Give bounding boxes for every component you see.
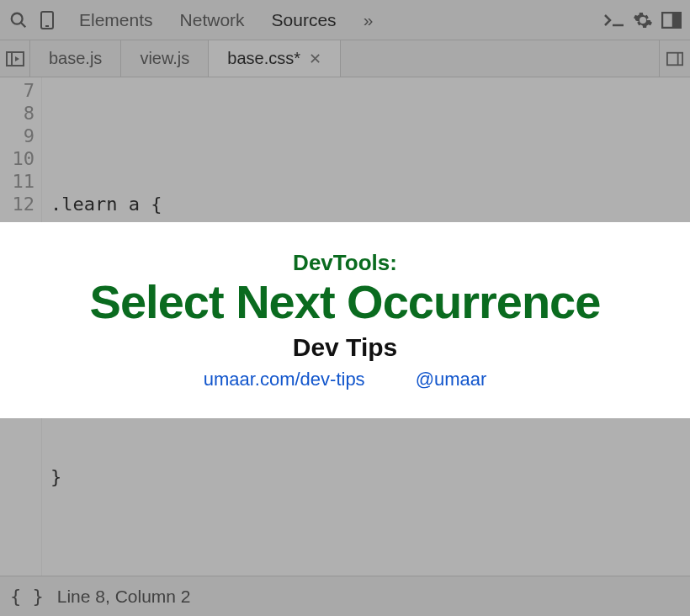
- file-tab-bar: base.js view.js base.css* ✕: [0, 40, 690, 77]
- panel-tabs: Elements Network Sources »: [67, 5, 385, 35]
- line-number: 9: [0, 125, 34, 147]
- tab-overflow[interactable]: »: [352, 5, 385, 35]
- add-tab-icon[interactable]: [660, 40, 690, 77]
- banner-link-site[interactable]: umaar.com/dev-tips: [204, 369, 365, 390]
- title-banner: DevTools: Select Next Occurrence Dev Tip…: [0, 222, 690, 418]
- pretty-print-icon[interactable]: { }: [10, 586, 44, 607]
- code-line: }: [50, 465, 690, 488]
- banner-subtitle: Dev Tips: [293, 333, 398, 362]
- code-line: [50, 125, 690, 147]
- devtools-toolbar: Elements Network Sources »: [0, 0, 690, 40]
- console-icon[interactable]: [602, 8, 626, 32]
- filetab-label: base.css*: [227, 49, 300, 68]
- banner-link-handle[interactable]: @umaar: [416, 369, 487, 390]
- banner-small-title: DevTools:: [293, 250, 397, 276]
- line-number: 10: [0, 147, 34, 170]
- svg-rect-10: [667, 52, 682, 65]
- filetab-label: base.js: [49, 49, 102, 68]
- banner-links: umaar.com/dev-tips @umaar: [204, 369, 487, 390]
- gear-icon[interactable]: [631, 8, 655, 32]
- close-icon[interactable]: ✕: [309, 50, 321, 68]
- tab-network[interactable]: Network: [168, 5, 257, 35]
- filetab-base-js[interactable]: base.js: [30, 40, 121, 77]
- line-number: 12: [0, 193, 34, 215]
- filetab-base-css[interactable]: base.css* ✕: [209, 40, 341, 77]
- banner-big-title: Select Next Occurrence: [90, 278, 601, 327]
- tab-elements[interactable]: Elements: [67, 5, 165, 35]
- line-number: 11: [0, 170, 34, 193]
- svg-point-0: [12, 13, 23, 24]
- dock-icon[interactable]: [660, 8, 683, 32]
- line-number: 7: [0, 79, 34, 102]
- svg-marker-9: [15, 56, 19, 61]
- cursor-position: Line 8, Column 2: [57, 587, 191, 607]
- status-bar: { } Line 8, Column 2: [0, 576, 690, 616]
- code-line: .learn a {: [50, 193, 690, 215]
- search-icon[interactable]: [7, 8, 30, 32]
- filetab-view-js[interactable]: view.js: [121, 40, 209, 77]
- navigator-toggle-icon[interactable]: [0, 40, 30, 77]
- line-number: 8: [0, 102, 34, 125]
- device-icon[interactable]: [35, 8, 59, 32]
- svg-rect-6: [673, 13, 681, 28]
- tab-sources[interactable]: Sources: [260, 5, 348, 35]
- filetab-label: view.js: [140, 49, 189, 68]
- svg-line-1: [21, 22, 26, 27]
